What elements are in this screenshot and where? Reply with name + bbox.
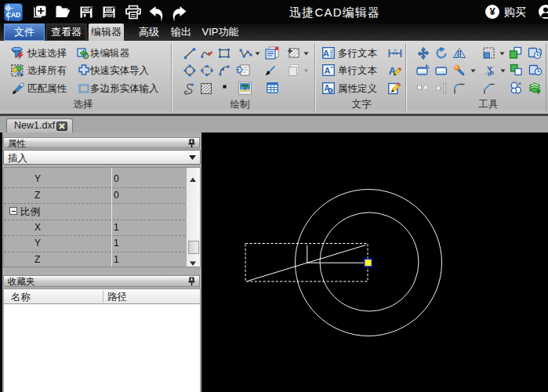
svg-text:PDF: PDF (105, 13, 113, 18)
svg-text:?: ? (394, 49, 396, 53)
svg-text:CAD: CAD (6, 11, 20, 19)
svg-text:A: A (325, 66, 331, 75)
svg-text:A: A (323, 49, 329, 58)
